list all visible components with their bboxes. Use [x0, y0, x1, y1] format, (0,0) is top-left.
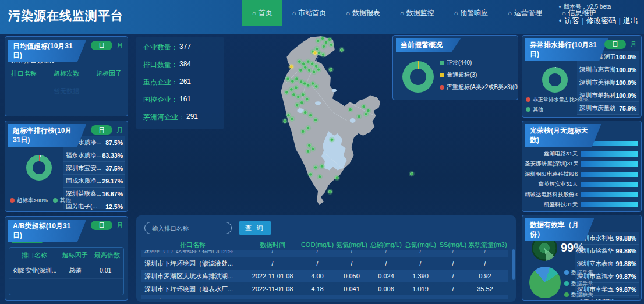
nav-item[interactable]: ⌂数据报表	[336, 0, 390, 26]
toggle-day[interactable]: 日	[91, 125, 112, 135]
scrollbar[interactable]	[512, 249, 515, 280]
panel-data-validity: 数据有效率（月份） 99% 数据采集 数据异常 数据缺失 深圳市永利电... 9…	[522, 215, 642, 301]
item-value: 16.67%	[102, 190, 123, 197]
toggle-month[interactable]: 月	[116, 222, 123, 229]
table-row[interactable]: 深圳市下坪环境园（地表水厂... 2022-11-01 08 4.18 0.04…	[141, 282, 508, 295]
cell-tp: /	[369, 298, 403, 299]
day-month-toggle: 日月	[604, 40, 636, 49]
nav-item[interactable]: ⌂首页	[242, 0, 282, 26]
cell-tn: 1.019	[403, 285, 438, 292]
item-name: 深圳市嘉鸿泰...	[577, 273, 614, 281]
validity-list: 深圳市永利电... 99.88% 深圳市铭鑫华... 99.88% 深圳立木表面…	[575, 232, 639, 298]
bar-row: 圣安娜饼屋(深圳)31天	[525, 159, 638, 169]
user-name: 访客	[564, 16, 579, 25]
item-name: 福永水质净...	[66, 151, 101, 160]
abnormal-donut-chart	[542, 67, 568, 93]
panel-title: 超标率排行榜(10月31日)	[8, 124, 86, 147]
cell-flow: /	[468, 298, 502, 299]
district-map[interactable]	[231, 34, 417, 213]
cell-outfall-name: 深圳市下坪环境园（地表水厂...	[141, 285, 245, 294]
outfall-name: 创隆实业(深圳...	[13, 267, 59, 275]
toggle-month[interactable]: 月	[630, 41, 636, 48]
list-item: 国芳电子(... 12.5%	[63, 200, 125, 212]
list-item: 深圳益联鑫... 16.67%	[63, 188, 125, 200]
nav-item[interactable]: ⌂市站首页	[282, 0, 337, 26]
header-right: •版本号：v2.5 beta •访客|修改密码|退出	[559, 3, 638, 26]
column-header: 超标次数	[54, 69, 79, 78]
bar-row: 凯盛科技31天	[525, 200, 638, 210]
exceed-rank-list: 松岗水质净... 87.5% 福永水质净... 83.33% 深圳市宝安... …	[63, 136, 125, 209]
stats-summary: 企业数量： 377 排口数量： 384 重点企业： 261 国控企业： 161	[136, 37, 224, 129]
nav-item[interactable]: ⌂数据监控	[390, 0, 444, 26]
donut-legend: 超标率>80%其他	[10, 197, 71, 204]
cell-nh3n: /	[334, 260, 369, 267]
panel-outfall-data: 查 询 排口名称数据时间COD(mg/L)氨氮(mg/L)总磷(mg/L)总氮(…	[136, 215, 516, 302]
legend-item: 严重超标(A类>2或B类>3)(0)	[440, 83, 518, 91]
cell-data-time: /	[245, 250, 300, 254]
dashboard-page: 污染源在线监测平台 ⌂首页 ⌂市站首页 ⌂数据报表 ⌂数据监控	[0, 0, 644, 304]
honor-bar-chart: 百兴纸品31天 鑫湖电路31天 圣安娜饼屋(深圳)31天	[525, 139, 638, 209]
nav-item-label: 数据监控	[406, 9, 434, 17]
legend-dot-icon	[10, 198, 15, 203]
stat-label: 重点企业：	[143, 77, 178, 87]
stat-item: 茅洲河企业： 291	[143, 112, 217, 122]
search-input[interactable]	[144, 222, 232, 234]
cell-tp: /	[369, 250, 403, 254]
toggle-month[interactable]: 月	[116, 126, 123, 133]
list-item: 深圳市攀拓科... 100.0%	[577, 89, 639, 102]
cell-tp: /	[369, 260, 403, 267]
panel-current-alarm: 当前报警概况 正常(440) 普通超标(3) 严重超标(A类>2或B类>3)(0…	[392, 35, 518, 100]
logout-link[interactable]: 退出	[623, 16, 638, 25]
column-header: 总磷(mg/L)	[369, 241, 403, 249]
cell-outfall-name: 深圳市下坪环境园（渗滤液处...	[141, 259, 245, 268]
stat-item: 国控企业： 161	[143, 95, 217, 105]
stat-value: 384	[179, 60, 191, 70]
cell-flow: 35.52	[468, 285, 502, 292]
search-button[interactable]: 查 询	[239, 221, 271, 235]
legend-dot-icon	[564, 292, 569, 297]
bar-fill	[581, 172, 638, 177]
cell-ss: /	[438, 285, 468, 292]
panel-honor-roll: 光荣榜(月无超标天数) 百兴纸品31天 鑫湖电路31天	[522, 121, 642, 212]
home-icon: ⌂	[292, 9, 296, 16]
table-row[interactable]: 深圳市罗湖区大坑水库排洪湖... 2022-11-01 08 4.00 0.05…	[141, 270, 508, 282]
app-title: 污染源在线监测平台	[0, 0, 123, 34]
stat-label: 企业数量：	[143, 43, 178, 52]
toggle-day[interactable]: 日	[91, 221, 112, 230]
item-value: 37.5%	[105, 165, 123, 172]
panel-title: A/B类超标(10月31日)	[8, 220, 86, 242]
item-name: 深圳市铭鑫华...	[577, 247, 614, 255]
toggle-day[interactable]: 日	[604, 40, 626, 49]
nav-item[interactable]: ⌂预警响应	[444, 0, 498, 26]
change-password-link[interactable]: 修改密码	[586, 16, 617, 25]
bar-label: 深圳明阳电路科技股份31天	[525, 171, 578, 178]
cell-data-time: 2022-11-01 08	[245, 285, 300, 292]
table-row[interactable]: 深圳市下坪环境园（渗滤液处... / / / / / / /	[141, 257, 508, 270]
item-value: 99.88%	[615, 260, 636, 267]
toggle-day[interactable]: 日	[91, 41, 112, 50]
bar-fill	[581, 151, 638, 157]
stat-value: 161	[179, 95, 191, 105]
column-header: 排口名称	[13, 251, 55, 260]
bar-track	[581, 192, 638, 197]
table-row[interactable]: 深圳市（干）沙湾截排工程闸门口外排... / / / / / / /	[141, 250, 508, 257]
bar-row: 精诚达电路科技股份31天	[525, 190, 638, 200]
item-name: 深圳市美祥顺...	[579, 79, 615, 87]
panel-title: 数据有效率（月份）	[525, 218, 594, 241]
table-row[interactable]: 深圳市下坪环境园（一厂）总... / / / / / / /	[141, 295, 508, 299]
toggle-month[interactable]: 月	[116, 42, 123, 49]
nav-item[interactable]: ⌂运营管理	[498, 0, 552, 26]
nav-item-label: 数据报表	[352, 9, 380, 17]
list-item: 深圳市铭鑫华... 99.88%	[575, 245, 639, 257]
bar-track	[581, 202, 638, 207]
cell-cod: 4.00	[300, 273, 334, 280]
list-item: 福永水质净... 83.33%	[63, 149, 125, 162]
item-name: 深圳市惠普斯...	[579, 66, 615, 74]
column-header: SS(mg/L)	[438, 241, 468, 248]
item-name: 深圳市攀拓科...	[579, 91, 615, 100]
bar-track	[581, 172, 638, 177]
bar-row: 鑫英辉实业31天	[525, 179, 638, 190]
exceed-factor: 总磷	[59, 267, 91, 275]
item-value: 100.0%	[615, 54, 636, 61]
item-value: 100.0%	[615, 66, 636, 73]
